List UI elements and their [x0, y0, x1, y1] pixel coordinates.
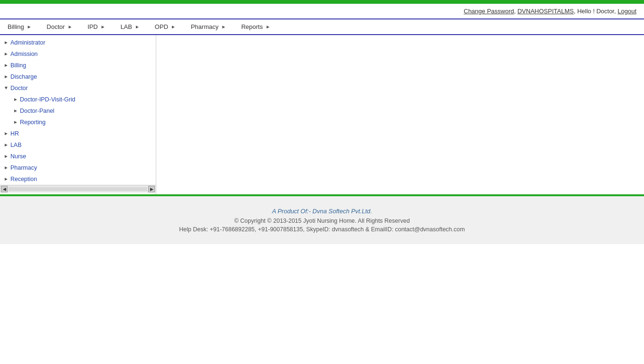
header-links: Change Password, DVNAHOSPITALMS, Hello !… [464, 8, 636, 15]
arrow-admission: ► [4, 50, 9, 58]
arrow-doctor: ► [2, 86, 10, 91]
main-content: ► Administrator ► Admission ► Billing ► … [0, 35, 644, 194]
nav-lab[interactable]: LAB ► [113, 19, 147, 34]
sidebar-label-reporting: Reporting [20, 118, 45, 127]
scrollbar-right-arrow[interactable]: ▶ [148, 186, 155, 192]
nav-reports-arrow: ► [266, 24, 270, 29]
sidebar-label-billing: Billing [10, 61, 26, 70]
scrollbar-left-arrow[interactable]: ◀ [1, 186, 8, 192]
nav-pharmacy-arrow: ► [221, 24, 226, 29]
sidebar-item-hr[interactable]: ► HR [0, 128, 156, 139]
nav-ipd-label: IPD [88, 23, 98, 30]
sidebar-item-lab[interactable]: ► LAB [0, 139, 156, 151]
nav-ipd[interactable]: IPD ► [80, 19, 113, 34]
sidebar-scroll: ► Administrator ► Admission ► Billing ► … [0, 37, 156, 185]
nav-opd-arrow: ► [171, 24, 176, 29]
change-password-link[interactable]: Change Password [464, 8, 514, 15]
arrow-hr: ► [4, 130, 9, 137]
nav-ipd-arrow: ► [100, 24, 105, 29]
footer-product: A Product Of:- Dvna Softech Pvt.Ltd. [4, 208, 640, 215]
sidebar-item-doctor-ipd-visit-grid[interactable]: ► Doctor-IPD-Visit-Grid [0, 94, 156, 105]
sidebar-scrollbar[interactable]: ◀ ▶ [0, 185, 156, 192]
footer: A Product Of:- Dvna Softech Pvt.Ltd. © C… [0, 196, 644, 244]
navbar: Billing ► Doctor ► IPD ► LAB ► OPD ► Pha… [0, 19, 644, 35]
hospital-name-link[interactable]: DVNAHOSPITALMS [518, 8, 574, 15]
nav-doctor[interactable]: Doctor ► [39, 19, 80, 34]
arrow-discharge: ► [4, 73, 9, 81]
arrow-pharmacy: ► [4, 164, 9, 172]
sidebar-label-discharge: Discharge [10, 72, 37, 82]
nav-billing[interactable]: Billing ► [0, 19, 39, 34]
content-area [156, 35, 644, 194]
sidebar-item-admission[interactable]: ► Admission [0, 48, 156, 60]
sidebar: ► Administrator ► Admission ► Billing ► … [0, 35, 156, 194]
sidebar-label-pharmacy: Pharmacy [10, 163, 37, 173]
header: Change Password, DVNAHOSPITALMS, Hello !… [0, 4, 644, 19]
nav-opd-label: OPD [155, 23, 168, 30]
greeting-text: Hello ! Doctor [577, 8, 614, 15]
sidebar-label-lab: LAB [10, 140, 22, 150]
logout-link[interactable]: Logout [617, 8, 636, 15]
sidebar-item-doctor-panel[interactable]: ► Doctor-Panel [0, 105, 156, 117]
nav-doctor-label: Doctor [47, 23, 65, 30]
sidebar-item-nurse[interactable]: ► Nurse [0, 151, 156, 162]
arrow-lab: ► [4, 141, 9, 149]
arrow-nurse: ► [4, 153, 9, 160]
sidebar-label-doctor-ipd: Doctor-IPD-Visit-Grid [20, 95, 75, 104]
arrow-reporting: ► [13, 118, 18, 126]
arrow-reception: ► [4, 175, 9, 183]
sidebar-item-reception[interactable]: ► Reception [0, 173, 156, 185]
arrow-doctor-panel: ► [13, 107, 18, 115]
sidebar-item-doctor[interactable]: ► Doctor [0, 82, 156, 94]
sidebar-label-administrator: Administrator [10, 38, 45, 47]
sidebar-item-pharmacy[interactable]: ► Pharmacy [0, 162, 156, 173]
footer-helpdesk: Help Desk: +91-7686892285, +91-900785813… [4, 226, 640, 233]
sidebar-item-administrator[interactable]: ► Administrator [0, 37, 156, 48]
sidebar-label-reception: Reception [10, 174, 37, 184]
sidebar-item-discharge[interactable]: ► Discharge [0, 71, 156, 82]
sidebar-label-hr: HR [10, 129, 19, 138]
arrow-administrator: ► [4, 39, 9, 46]
nav-reports[interactable]: Reports ► [233, 19, 277, 34]
nav-doctor-arrow: ► [68, 24, 72, 29]
nav-billing-label: Billing [8, 23, 24, 30]
nav-lab-label: LAB [120, 23, 132, 30]
arrow-billing: ► [4, 62, 9, 69]
footer-copyright: © Copyright © 2013-2015 Jyoti Nursing Ho… [4, 218, 640, 224]
sidebar-label-doctor-panel: Doctor-Panel [20, 106, 54, 116]
nav-pharmacy-label: Pharmacy [191, 23, 219, 30]
sidebar-label-doctor: Doctor [10, 83, 28, 93]
scrollbar-track [9, 187, 147, 191]
sidebar-item-billing[interactable]: ► Billing [0, 60, 156, 71]
sidebar-item-reporting[interactable]: ► Reporting [0, 117, 156, 128]
nav-pharmacy[interactable]: Pharmacy ► [183, 19, 233, 34]
top-border [0, 0, 644, 4]
arrow-doctor-ipd: ► [13, 96, 18, 103]
nav-reports-label: Reports [241, 23, 263, 30]
sidebar-label-nurse: Nurse [10, 152, 26, 161]
nav-opd[interactable]: OPD ► [147, 19, 183, 34]
sidebar-label-admission: Admission [10, 49, 38, 59]
nav-lab-arrow: ► [135, 24, 140, 29]
nav-billing-arrow: ► [27, 24, 32, 29]
